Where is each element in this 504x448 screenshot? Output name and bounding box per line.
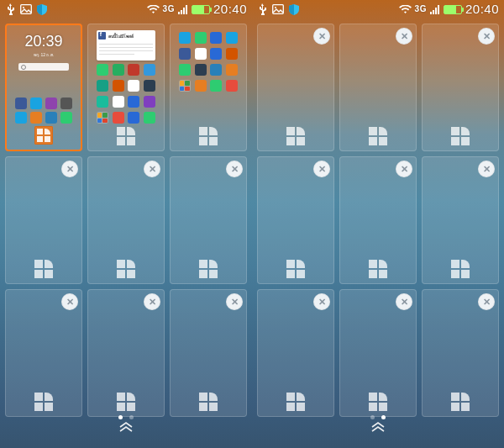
status-left-group bbox=[5, 3, 47, 15]
home-panel-3[interactable] bbox=[170, 24, 247, 151]
close-glyph: ✕ bbox=[318, 297, 326, 308]
app-icon bbox=[97, 80, 108, 92]
close-glyph: ✕ bbox=[401, 31, 408, 42]
home-panel-11[interactable]: ✕ bbox=[339, 24, 417, 151]
close-glyph: ✕ bbox=[483, 297, 491, 308]
app-icon bbox=[210, 32, 222, 44]
home-panel-2[interactable]: คนนี้ไม่มีโพสต์ bbox=[87, 24, 165, 151]
home-panel-10[interactable]: ✕ bbox=[257, 24, 334, 151]
close-icon[interactable]: ✕ bbox=[396, 293, 412, 310]
page-dot-1[interactable] bbox=[118, 415, 123, 419]
close-icon[interactable]: ✕ bbox=[396, 28, 412, 45]
home-panel-16[interactable]: ✕ bbox=[257, 289, 334, 417]
home-panel-6[interactable]: ✕ bbox=[170, 156, 247, 284]
mini-app-grid bbox=[178, 32, 239, 124]
close-glyph: ✕ bbox=[318, 31, 326, 42]
app-icon bbox=[195, 48, 207, 60]
picture-icon bbox=[272, 4, 284, 14]
app-icon bbox=[144, 112, 155, 124]
close-glyph: ✕ bbox=[66, 164, 74, 175]
expand-up-icon[interactable] bbox=[252, 422, 504, 432]
close-icon[interactable]: ✕ bbox=[61, 293, 78, 310]
svg-rect-4 bbox=[183, 8, 185, 14]
folder-icon bbox=[97, 112, 108, 124]
app-icon bbox=[226, 32, 238, 44]
app-icon bbox=[210, 48, 222, 60]
usb-icon bbox=[257, 3, 267, 15]
home-panel-7[interactable]: ✕ bbox=[5, 289, 82, 417]
home-panel-14[interactable]: ✕ bbox=[339, 156, 417, 284]
app-icon bbox=[45, 98, 57, 109]
close-icon[interactable]: ✕ bbox=[478, 293, 495, 310]
close-icon[interactable]: ✕ bbox=[478, 161, 495, 177]
app-icon bbox=[113, 80, 124, 92]
close-glyph: ✕ bbox=[318, 164, 326, 175]
svg-rect-5 bbox=[186, 5, 187, 14]
app-icon bbox=[144, 64, 155, 76]
battery-icon bbox=[192, 5, 210, 14]
app-icon bbox=[195, 80, 207, 92]
home-panel-8[interactable]: ✕ bbox=[87, 289, 165, 417]
close-icon[interactable]: ✕ bbox=[61, 161, 78, 177]
status-bar: 3G 20:40 bbox=[0, 0, 252, 18]
widget-slot-icon bbox=[34, 260, 53, 278]
home-panel-17[interactable]: ✕ bbox=[339, 289, 417, 417]
panel-grid: 20:39 พฤ. 12 ธ.ค. คนนี้ไม่มีโพสต์ bbox=[5, 24, 247, 417]
close-icon[interactable]: ✕ bbox=[144, 161, 160, 177]
expand-up-icon[interactable] bbox=[0, 422, 252, 432]
status-right-group: 3G 20:40 bbox=[147, 0, 247, 18]
wifi-icon bbox=[399, 5, 412, 14]
app-icon bbox=[144, 80, 155, 92]
app-icon bbox=[15, 112, 27, 124]
folder-icon bbox=[179, 80, 191, 92]
close-icon[interactable]: ✕ bbox=[313, 161, 330, 177]
app-icon bbox=[179, 48, 191, 60]
close-icon[interactable]: ✕ bbox=[313, 293, 330, 310]
widget-slot-icon bbox=[286, 127, 305, 145]
home-panel-5[interactable]: ✕ bbox=[87, 156, 165, 284]
svg-rect-2 bbox=[178, 12, 180, 14]
status-left-group bbox=[257, 3, 299, 15]
app-icon bbox=[113, 96, 124, 108]
mini-date: พฤ. 12 ธ.ค. bbox=[11, 51, 76, 58]
close-icon[interactable]: ✕ bbox=[226, 293, 243, 310]
svg-rect-11 bbox=[438, 5, 439, 14]
page-dot-2[interactable] bbox=[129, 415, 134, 419]
close-icon[interactable]: ✕ bbox=[478, 28, 495, 45]
clock-text: 20:40 bbox=[213, 0, 247, 18]
home-panel-1[interactable]: 20:39 พฤ. 12 ธ.ค. bbox=[5, 24, 82, 151]
svg-point-1 bbox=[23, 7, 24, 8]
close-glyph: ✕ bbox=[149, 297, 156, 308]
close-icon[interactable]: ✕ bbox=[144, 293, 160, 310]
facebook-icon bbox=[98, 32, 106, 40]
home-panel-18[interactable]: ✕ bbox=[422, 289, 499, 417]
home-panel-15[interactable]: ✕ bbox=[422, 156, 499, 284]
page-indicator bbox=[0, 415, 252, 419]
app-icon bbox=[45, 112, 57, 124]
phone-left: 3G 20:40 20:39 พฤ. 12 ธ.ค. bbox=[0, 0, 252, 448]
home-panel-9[interactable]: ✕ bbox=[170, 289, 247, 417]
home-panel-12[interactable]: ✕ bbox=[422, 24, 499, 151]
clock-text: 20:40 bbox=[465, 0, 499, 18]
app-icon bbox=[97, 64, 108, 76]
svg-rect-6 bbox=[273, 5, 284, 14]
close-glyph: ✕ bbox=[231, 297, 239, 308]
widget-slot-icon bbox=[117, 260, 135, 278]
app-icon bbox=[97, 96, 108, 108]
app-icon bbox=[226, 80, 238, 92]
page-dot-2[interactable] bbox=[381, 415, 386, 419]
shield-icon bbox=[37, 4, 47, 15]
app-icon bbox=[128, 80, 139, 92]
svg-rect-0 bbox=[21, 5, 32, 14]
close-icon[interactable]: ✕ bbox=[396, 161, 412, 177]
page-dot-1[interactable] bbox=[370, 415, 375, 419]
app-icon bbox=[144, 96, 155, 108]
close-icon[interactable]: ✕ bbox=[313, 28, 330, 45]
app-icon bbox=[60, 98, 72, 109]
signal-icon bbox=[430, 5, 440, 14]
home-panel-13[interactable]: ✕ bbox=[257, 156, 334, 284]
close-glyph: ✕ bbox=[401, 164, 408, 175]
home-panel-4[interactable]: ✕ bbox=[5, 156, 82, 284]
close-icon[interactable]: ✕ bbox=[226, 161, 243, 177]
app-icon bbox=[210, 64, 222, 76]
